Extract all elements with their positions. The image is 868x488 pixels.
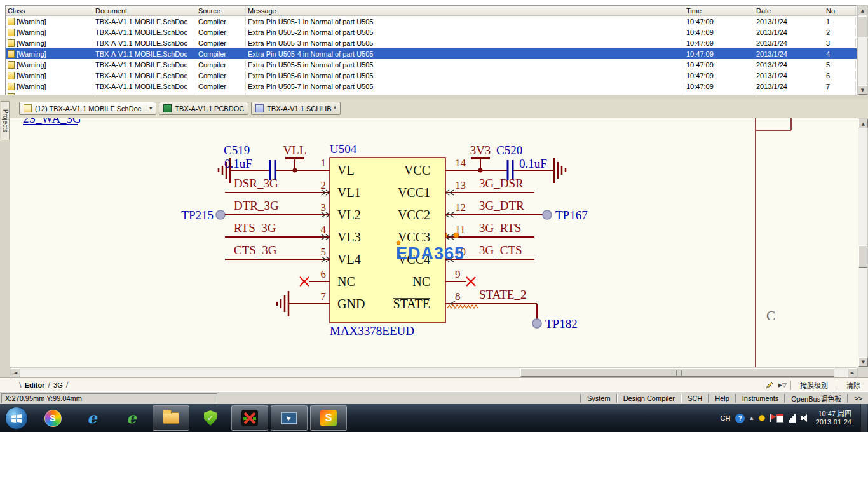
schematic-canvas[interactable]: 2S_WA_3G C VLL C519 0.1uF DSR_3G TP215 D… (10, 118, 858, 367)
tab-pcbdoc[interactable]: TBX-A-V1.1.PCBDOC (159, 102, 248, 115)
message-row[interactable]: [Warning]TBX-A-V1.1 MOBILE.SchDocCompile… (6, 16, 857, 27)
component-part-number[interactable]: MAX3378EEUD (330, 324, 414, 337)
no-connect-marker-right[interactable] (466, 277, 475, 286)
clear-button[interactable]: 清除 (841, 380, 865, 390)
scroll-thumb[interactable] (858, 245, 867, 268)
menu-system[interactable]: System (581, 395, 616, 402)
pencil-icon[interactable] (765, 381, 774, 390)
wire-state[interactable] (445, 304, 537, 319)
mask-level-button[interactable]: 掩膜级别 (795, 380, 833, 390)
column-header-no[interactable]: No. (824, 6, 856, 15)
action-center-flag-icon[interactable] (770, 414, 771, 422)
net-label[interactable]: 3G_CTS (479, 243, 522, 257)
value-c519[interactable]: 0.1uF (224, 157, 252, 170)
message-row[interactable]: [Warning]TBX-A-V1.1 MOBILE.SchDocCompile… (6, 27, 857, 37)
tray-status-icon[interactable] (759, 415, 765, 421)
scroll-thumb[interactable] (520, 368, 834, 377)
taskbar-app-ie[interactable] (74, 405, 111, 431)
taskbar-app-snipping[interactable] (271, 405, 308, 431)
scroll-right-button[interactable] (848, 368, 857, 377)
net-label-state[interactable]: STATE_2 (479, 288, 526, 301)
component-designator[interactable]: U504 (330, 142, 357, 156)
column-header-class[interactable]: Class (6, 6, 93, 15)
power-port-3v3[interactable]: 3V3 (470, 144, 491, 173)
net-label[interactable]: CTS_3G (234, 243, 277, 257)
message-row[interactable]: [Warning]TBX-A-V1.1 MOBILE.SchDocCompile… (6, 59, 857, 70)
message-cell-document: TBX-A-V1.1 MOBILE.SchDoc (93, 17, 196, 25)
menu-instruments[interactable]: Instruments (736, 395, 784, 402)
message-row[interactable]: [Warning]TBX-A-V1.1 MOBILE.SchDocCompile… (6, 70, 857, 81)
ground-symbol-right[interactable] (554, 158, 566, 183)
net-label[interactable]: 3G_DTR (479, 199, 524, 212)
column-header-message[interactable]: Message (246, 6, 684, 15)
message-cell-time: 10:47:09 (684, 50, 754, 58)
net-label[interactable]: DTR_3G (234, 199, 279, 212)
tab-schlib[interactable]: TBX-A-V1.1.SCHLIB * (251, 102, 341, 115)
net-label[interactable]: 3G_DSR (479, 177, 524, 190)
scroll-down-button[interactable] (858, 357, 868, 367)
column-header-document[interactable]: Document (93, 6, 196, 15)
taskbar-app-security[interactable] (192, 405, 229, 431)
start-button[interactable] (0, 404, 33, 432)
filter-icons[interactable] (778, 382, 787, 388)
ground-symbol-bottom[interactable] (277, 291, 288, 316)
testpoint-tp215[interactable] (216, 210, 225, 219)
testpoint-label-tp215[interactable]: TP215 (181, 208, 214, 222)
message-cell-message: Extra Pin U505-2 in Normal of part U505 (246, 28, 684, 36)
volume-icon[interactable] (801, 414, 807, 422)
svg-text:VL2: VL2 (337, 208, 361, 222)
menu-help[interactable]: Help (709, 395, 735, 402)
designator-c519[interactable]: C519 (224, 144, 250, 157)
help-icon[interactable] (735, 414, 745, 423)
testpoint-label-tp167[interactable]: TP167 (555, 208, 588, 222)
message-cell-date: 2013/1/24 (754, 50, 824, 58)
scroll-down-button[interactable] (858, 85, 867, 95)
net-label[interactable]: RTS_3G (234, 221, 276, 234)
column-header-time[interactable]: Time (684, 6, 754, 15)
vertical-scrollbar[interactable] (858, 118, 868, 367)
tab-schdoc[interactable]: (12) TBX-A-V1.1 MOBILE.SchDoc (19, 102, 156, 115)
scroll-left-button[interactable] (11, 368, 20, 377)
net-label[interactable]: 3G_RTS (479, 221, 521, 234)
scroll-up-button[interactable] (858, 6, 867, 15)
tray-expand-icon[interactable] (750, 416, 753, 421)
taskbar-app-altium[interactable] (231, 405, 268, 431)
horizontal-scrollbar[interactable] (10, 367, 858, 377)
messages-scrollbar[interactable] (857, 5, 868, 95)
net-label[interactable]: DSR_3G (234, 177, 278, 190)
menu-overflow[interactable]: >> (848, 395, 868, 402)
designator-c520[interactable]: C520 (496, 144, 522, 157)
testpoint-label-tp182[interactable]: TP182 (545, 317, 578, 330)
message-row[interactable]: [Warning]TBX-A-V1.1 MOBILE.SchDocCompile… (6, 81, 857, 92)
chevron-down-icon[interactable] (146, 105, 152, 111)
clock[interactable]: 10:47 周四 2013-01-24 (812, 410, 855, 426)
value-c520[interactable]: 0.1uF (519, 157, 547, 170)
sheet-tab-editor[interactable]: Editor (23, 381, 47, 389)
tray-app-icon[interactable] (776, 414, 783, 423)
column-header-source[interactable]: Source (196, 6, 246, 15)
sheet-tab-3g[interactable]: 3G (51, 381, 65, 389)
network-signal-icon[interactable] (789, 414, 796, 423)
message-row[interactable]: [Warning]TBX-A-V1.1 MOBILE.SchDocCompile… (6, 48, 857, 59)
taskbar-app-sogou-input[interactable] (310, 405, 347, 431)
taskbar-app-explorer[interactable] (153, 405, 189, 431)
menu-sch[interactable]: SCH (682, 395, 708, 402)
power-port-vll[interactable]: VLL (283, 144, 307, 173)
partial-net-label[interactable]: 2S_WA_3G (23, 118, 81, 125)
language-indicator[interactable]: CH (720, 414, 730, 422)
scroll-up-button[interactable] (858, 119, 868, 128)
status-menu-group: System Design Compiler SCH Help Instrume… (580, 392, 868, 404)
scroll-thumb[interactable] (858, 16, 867, 37)
menu-openbus-palette[interactable]: OpenBus调色板 (785, 393, 847, 403)
menu-design-compiler[interactable]: Design Compiler (618, 395, 681, 402)
no-connect-marker-left[interactable] (300, 277, 309, 286)
svg-text:VLL: VLL (283, 144, 307, 157)
projects-panel-tab[interactable]: Projects (1, 101, 10, 140)
testpoint-tp167[interactable] (543, 210, 552, 219)
message-row[interactable]: [Warning]TBX-A-V1.1 MOBILE.SchDocCompile… (6, 37, 857, 48)
taskbar-app-sogou-browser[interactable] (34, 405, 71, 431)
show-desktop-button[interactable] (860, 404, 867, 432)
taskbar-app-green-browser[interactable] (113, 405, 150, 431)
testpoint-tp182[interactable] (532, 319, 541, 328)
column-header-date[interactable]: Date (754, 6, 824, 15)
